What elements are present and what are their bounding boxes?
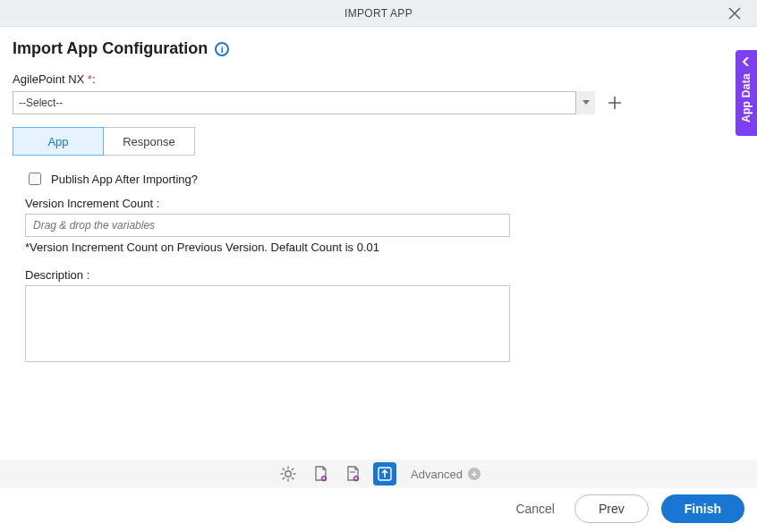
page-title-row: Import App Configuration i bbox=[13, 39, 744, 58]
publish-label: Publish App After Importing? bbox=[51, 173, 198, 186]
advanced-toggle[interactable]: Advanced + bbox=[411, 468, 481, 481]
tab-app[interactable]: App bbox=[13, 127, 104, 156]
tab-response[interactable]: Response bbox=[104, 127, 195, 156]
step-doc-gear2-icon[interactable] bbox=[341, 462, 364, 486]
nx-select-row bbox=[13, 91, 744, 114]
chevron-down-icon[interactable] bbox=[575, 91, 595, 114]
step-settings-icon[interactable] bbox=[276, 462, 300, 486]
description-label: Description : bbox=[25, 268, 744, 282]
publish-checkbox[interactable] bbox=[29, 173, 41, 185]
svg-line-5 bbox=[283, 469, 285, 470]
window-title: IMPORT APP bbox=[344, 7, 413, 20]
plus-circle-icon: + bbox=[468, 468, 481, 480]
app-data-rail[interactable]: App Data bbox=[736, 50, 757, 136]
nx-label-text: AgilePoint NX bbox=[13, 72, 84, 86]
chevron-left-icon bbox=[742, 57, 751, 66]
vic-help-text: *Version Increment Count on Previous Ver… bbox=[25, 241, 744, 254]
svg-line-6 bbox=[292, 477, 293, 479]
advanced-label: Advanced bbox=[411, 468, 463, 481]
page-title: Import App Configuration bbox=[13, 39, 208, 58]
content-area: Import App Configuration i AgilePoint NX… bbox=[0, 27, 757, 365]
button-row: Cancel Prev Finish bbox=[508, 494, 744, 523]
nx-select-input[interactable] bbox=[13, 91, 595, 114]
description-textarea[interactable] bbox=[25, 285, 510, 362]
svg-line-8 bbox=[292, 469, 293, 470]
vic-label: Version Increment Count : bbox=[25, 197, 744, 210]
svg-line-7 bbox=[283, 477, 285, 479]
titlebar: IMPORT APP bbox=[0, 0, 757, 27]
svg-point-0 bbox=[285, 471, 291, 477]
prev-button[interactable]: Prev bbox=[574, 494, 649, 523]
info-icon[interactable]: i bbox=[215, 42, 229, 56]
version-block: Version Increment Count : *Version Incre… bbox=[13, 197, 744, 254]
tabs: App Response bbox=[13, 127, 744, 156]
step-doc-gear-icon[interactable] bbox=[309, 462, 332, 486]
vic-input[interactable] bbox=[25, 214, 510, 237]
add-icon[interactable] bbox=[606, 94, 624, 112]
rail-label: App Data bbox=[740, 73, 753, 122]
publish-row: Publish App After Importing? bbox=[13, 170, 744, 188]
step-import-icon[interactable] bbox=[373, 462, 396, 486]
description-block: Description : bbox=[13, 268, 744, 365]
finish-button[interactable]: Finish bbox=[661, 494, 744, 523]
nx-colon: : bbox=[92, 72, 96, 86]
cancel-button[interactable]: Cancel bbox=[508, 496, 562, 521]
nx-label: AgilePoint NX *: bbox=[13, 72, 744, 86]
step-bar: Advanced + bbox=[0, 460, 757, 488]
close-icon[interactable] bbox=[721, 0, 748, 27]
nx-select[interactable] bbox=[13, 91, 595, 114]
